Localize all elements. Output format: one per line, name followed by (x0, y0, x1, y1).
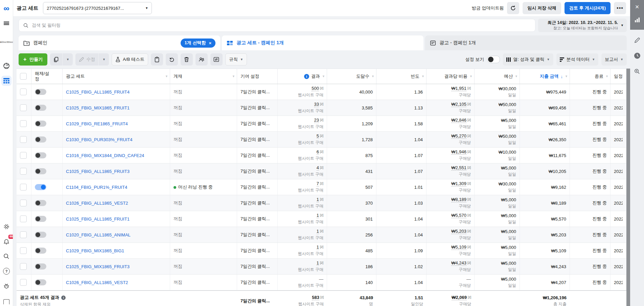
column-header-ends[interactable]: 종료▼ (570, 69, 611, 84)
notifications-bell-icon[interactable]: 88 (1, 236, 12, 247)
campaigns-table-icon[interactable] (1, 76, 12, 86)
account-logo[interactable]: S̶ilverRiver (1, 37, 12, 47)
sort-caret-icon[interactable]: ▼ (515, 75, 518, 78)
column-header-results[interactable]: i결과▼ (278, 69, 327, 84)
edit-button[interactable]: 수정 (75, 53, 98, 66)
vertical-scrollbar[interactable] (626, 69, 630, 306)
ad-set-link[interactable]: C1104_FBIG_PUR1%_FRUIT4 (66, 185, 166, 190)
ad-set-link[interactable]: C1025_FBIG_ALL1865_FRUIT1 (66, 216, 166, 222)
column-header-schedule[interactable]: 일정 (611, 69, 626, 84)
row-toggle[interactable] (35, 105, 46, 111)
ad-set-link[interactable]: C1026_FBIG_ALL1865_VEST2 (66, 201, 166, 206)
ad-set-link[interactable]: C1029_FBIG_MIX1865_BIG1 (66, 248, 166, 253)
column-header-name[interactable]: 광고 세트▼ (63, 69, 170, 84)
row-checkbox[interactable] (20, 231, 27, 238)
row-checkbox[interactable] (20, 247, 27, 254)
more-options-button[interactable]: ••• (614, 2, 626, 14)
column-header-budget[interactable]: 예산▼ (475, 69, 520, 84)
sort-caret-icon[interactable]: ▼ (605, 75, 608, 78)
row-toggle[interactable] (35, 168, 46, 174)
row-checkbox[interactable] (20, 184, 27, 190)
row-checkbox[interactable] (20, 120, 27, 127)
row-checkbox[interactable] (20, 215, 27, 222)
create-button[interactable]: + 만들기 (19, 53, 47, 66)
column-header-delivery[interactable]: 게재▼ (170, 69, 237, 84)
breakdown-dropdown-button[interactable]: 분석 데이터 ▼ (556, 53, 599, 66)
info-icon[interactable]: i (304, 74, 309, 79)
settings-gear-icon[interactable] (1, 222, 12, 232)
history-clock-icon[interactable] (632, 51, 642, 61)
column-header-spent[interactable]: 지출 금액↓▼ (520, 69, 570, 84)
sort-caret-icon[interactable]: ▼ (165, 75, 168, 78)
delete-button[interactable] (181, 53, 193, 66)
tab-ad-sets[interactable]: 광고 세트 - 캠페인 1개 (222, 35, 423, 50)
row-checkbox[interactable] (20, 200, 27, 206)
duplicate-options-button[interactable]: ▼ (63, 53, 73, 66)
entity-selector-dropdown[interactable]: 277025216791673 (27702521679167... ▼ (43, 2, 152, 14)
ad-set-link[interactable]: C1025_FBIG_ALL1865_FRUIT3 (66, 169, 166, 174)
tab-campaigns[interactable]: 캠페인 1개 선택함 × (19, 35, 220, 50)
audience-button[interactable] (196, 53, 208, 66)
ad-set-link[interactable]: C1030_FBIG_PUR303%_FRUIT4 (66, 137, 166, 142)
search-icon[interactable] (1, 251, 12, 261)
close-icon[interactable]: × (209, 41, 211, 46)
row-checkbox[interactable] (20, 104, 27, 111)
row-toggle[interactable] (35, 200, 46, 206)
bar-chart-icon[interactable] (635, 18, 640, 22)
column-header-attribution[interactable]: 기여 설정 (237, 69, 278, 84)
undo-button[interactable] (166, 53, 178, 66)
row-checkbox[interactable] (20, 152, 27, 159)
row-checkbox[interactable] (20, 263, 27, 270)
date-range-selector[interactable]: 최근 14일: 2022. 10. 23.~2022. 11. 5. 참고: 오… (538, 19, 627, 32)
columns-dropdown-button[interactable]: 열: 성과 및 클릭 ▼ (503, 53, 553, 66)
export-import-button[interactable] (210, 53, 223, 66)
selected-filter-pill[interactable]: 1개 선택함 × (181, 39, 215, 48)
sort-caret-icon[interactable]: ▼ (232, 75, 235, 78)
search-input[interactable]: 검색 및 필터링 (19, 19, 535, 32)
sort-caret-icon[interactable]: ▼ (469, 75, 473, 78)
row-toggle[interactable] (35, 184, 46, 190)
row-toggle[interactable] (35, 216, 46, 222)
row-toggle[interactable] (35, 121, 46, 127)
column-header-reach[interactable]: 도달수▼ (327, 69, 376, 84)
sort-caret-icon[interactable]: ▼ (421, 75, 424, 78)
column-header-frequency[interactable]: 빈도▼ (376, 69, 427, 84)
row-toggle[interactable] (35, 136, 46, 143)
meta-logo-icon[interactable]: ∞ (1, 3, 12, 14)
refresh-button[interactable] (507, 2, 519, 14)
ab-test-button[interactable]: A/B 테스트 (112, 53, 148, 66)
column-header-toggle[interactable]: 해제/설정 (31, 69, 63, 84)
row-toggle[interactable] (35, 152, 46, 158)
clipped-panel-icon[interactable] (1, 296, 12, 306)
sort-caret-icon[interactable]: ▼ (322, 75, 325, 78)
rules-dropdown-button[interactable]: 규칙 ▼ (225, 53, 247, 66)
settings-view-toggle[interactable] (487, 56, 500, 63)
ad-set-link[interactable]: C1025_FBIG_MIX1865_FRUIT3 (66, 264, 166, 269)
row-toggle[interactable] (35, 89, 46, 95)
help-icon[interactable]: ? (1, 266, 12, 276)
row-toggle[interactable] (35, 279, 46, 285)
close-icon[interactable]: × (635, 3, 639, 10)
zoom-search-icon[interactable] (632, 66, 642, 76)
row-checkbox[interactable] (20, 136, 27, 143)
ad-set-link[interactable]: C1029_FBIG_RE1865_FRUIT4 (66, 121, 166, 126)
row-toggle[interactable] (35, 263, 46, 270)
gauge-icon[interactable] (1, 61, 12, 71)
row-checkbox[interactable] (20, 168, 27, 175)
ad-set-link[interactable]: C1025_FBIG_MIX1865_FRUIT1 (66, 105, 166, 110)
tab-ads[interactable]: 광고 - 캠페인 1개 (425, 35, 627, 50)
bug-report-icon[interactable] (1, 281, 12, 291)
publish-button[interactable]: 검토 후 게시(24개) (565, 2, 611, 14)
sort-caret-icon[interactable]: ▼ (371, 75, 374, 78)
duplicate-button[interactable] (50, 53, 62, 66)
row-checkbox[interactable] (20, 88, 27, 95)
discard-drafts-button[interactable]: 임시 저장 삭제 (523, 2, 561, 14)
ad-set-link[interactable]: C1025_FBIG_ALL1865_FRUIT4 (66, 90, 166, 95)
row-toggle[interactable] (35, 232, 46, 238)
column-header-cpr[interactable]: 결과당 비용▼ (427, 69, 475, 84)
sort-caret-icon[interactable]: ▼ (565, 75, 568, 78)
column-header-select[interactable] (17, 69, 31, 84)
edit-options-button[interactable]: ▼ (99, 53, 109, 66)
row-checkbox[interactable] (20, 279, 27, 286)
edit-panel-icon[interactable] (632, 35, 642, 45)
